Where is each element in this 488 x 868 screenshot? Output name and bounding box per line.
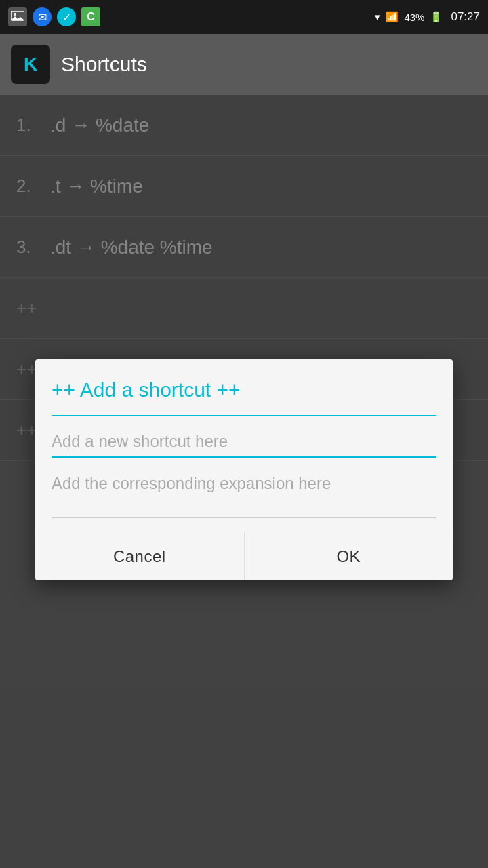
dialog-shortcut-input-area bbox=[35, 416, 453, 463]
clock-icon: ✓ bbox=[57, 7, 76, 26]
gallery-icon bbox=[8, 7, 27, 26]
app-title: Shortcuts bbox=[61, 53, 147, 76]
expansion-input[interactable] bbox=[52, 469, 436, 518]
mail-icon: ✉ bbox=[33, 7, 52, 26]
svg-point-1 bbox=[14, 13, 16, 16]
logo-letter: K bbox=[24, 54, 37, 75]
cancel-button[interactable]: Cancel bbox=[35, 532, 244, 580]
time-display: 07:27 bbox=[451, 10, 480, 24]
status-bar: ✉ ✓ C ▾ 📶 43% 🔋 07:27 bbox=[0, 0, 488, 34]
battery-text: 43% bbox=[404, 12, 424, 23]
dialog-expansion-area bbox=[35, 463, 453, 532]
shortcut-input[interactable] bbox=[52, 427, 436, 458]
main-content: 1. .d → %date 2. .t → %time 3. .dt → %da… bbox=[0, 95, 488, 868]
app-logo: K bbox=[11, 45, 50, 84]
battery-icon: 🔋 bbox=[430, 11, 443, 23]
dialog-buttons: Cancel OK bbox=[35, 532, 453, 580]
status-icons-right: ▾ 📶 43% 🔋 07:27 bbox=[375, 10, 480, 24]
chat-icon: C bbox=[81, 7, 100, 26]
signal-icon: 📶 bbox=[386, 11, 399, 23]
dialog-title: ++ Add a shortcut ++ bbox=[35, 359, 453, 415]
app-bar: K Shortcuts bbox=[0, 34, 488, 95]
add-shortcut-dialog: ++ Add a shortcut ++ Cancel OK bbox=[35, 359, 453, 580]
ok-button[interactable]: OK bbox=[245, 532, 453, 580]
wifi-icon: ▾ bbox=[375, 11, 380, 23]
status-icons-left: ✉ ✓ C bbox=[8, 7, 100, 26]
